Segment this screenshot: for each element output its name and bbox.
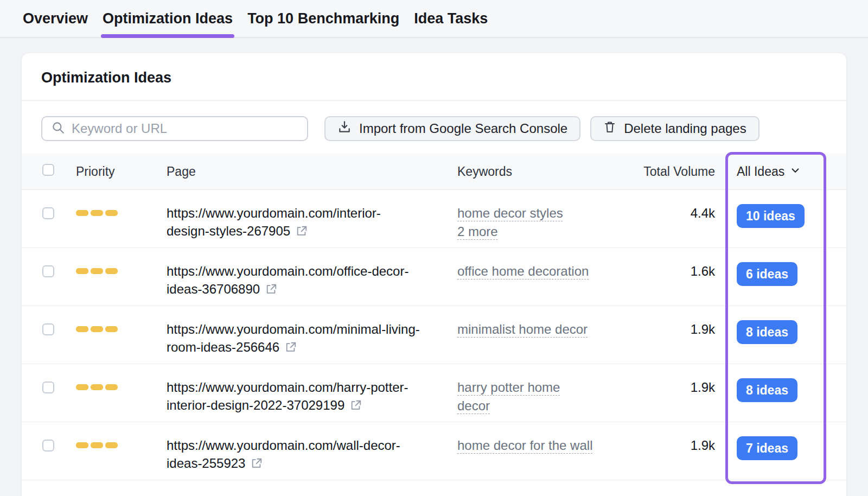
ideas-count-button[interactable]: 10 ideas: [737, 204, 805, 228]
keyword-link[interactable]: office home decoration: [457, 262, 589, 281]
table-row: https://www.yourdomain.com/interior- des…: [22, 190, 846, 248]
page-url-line1: https://www.yourdomain.com/office-decor-: [167, 262, 446, 280]
page-column-header: Page: [167, 164, 457, 179]
ideas-count-button[interactable]: 7 ideas: [737, 436, 797, 460]
row-checkbox[interactable]: [42, 440, 54, 452]
select-all-checkbox[interactable]: [42, 164, 54, 176]
total-volume-column-header: Total Volume: [609, 164, 715, 179]
delete-button-label: Delete landing pages: [624, 121, 746, 136]
page-url-link[interactable]: https://www.yourdomain.com/minimal-livin…: [167, 320, 457, 358]
tab-top-10-benchmarking[interactable]: Top 10 Benchmarking: [247, 0, 399, 37]
priority-indicator: [76, 384, 118, 390]
optimization-ideas-panel: Optimization Ideas Import from Google Se…: [22, 53, 846, 496]
search-icon: [51, 120, 65, 137]
keyword-list: office home decoration: [457, 262, 609, 281]
priority-indicator: [76, 326, 118, 332]
keyword-list: minimalist home decor: [457, 320, 609, 339]
keyword-list: harry potter home decor: [457, 378, 609, 415]
table-body: https://www.yourdomain.com/interior- des…: [22, 190, 846, 480]
priority-indicator: [76, 210, 118, 216]
keyword-link[interactable]: home decor for the wall: [457, 436, 592, 455]
page-url-link[interactable]: https://www.yourdomain.com/harry-potter-…: [167, 378, 457, 416]
page-url-line2: design-styles-267905: [167, 224, 290, 238]
table-row: https://www.yourdomain.com/minimal-livin…: [22, 306, 846, 364]
keyword-link[interactable]: home decor styles: [457, 204, 563, 222]
ideas-count-button[interactable]: 8 ideas: [737, 320, 797, 344]
page-url-link[interactable]: https://www.yourdomain.com/wall-decor- i…: [167, 436, 457, 474]
trash-icon: [603, 120, 616, 137]
all-ideas-filter-label: All Ideas: [737, 164, 784, 179]
priority-indicator: [76, 442, 118, 448]
external-link-icon[interactable]: [265, 282, 277, 300]
row-checkbox[interactable]: [42, 265, 54, 277]
total-volume-value: 1.6k: [609, 262, 715, 280]
table-header: Priority Page Keywords Total Volume All …: [22, 154, 846, 190]
page-url-line2: interior-design-2022-37029199: [167, 398, 344, 412]
table-row: https://www.yourdomain.com/harry-potter-…: [22, 364, 846, 422]
page-url-line2: room-ideas-256646: [167, 340, 279, 354]
chevron-down-icon: [790, 164, 801, 179]
import-button-label: Import from Google Search Console: [359, 121, 567, 136]
total-volume-value: 1.9k: [609, 320, 715, 338]
total-volume-value: 4.4k: [609, 204, 715, 222]
row-checkbox[interactable]: [42, 381, 54, 393]
table-row: https://www.yourdomain.com/wall-decor- i…: [22, 422, 846, 480]
download-icon: [337, 120, 352, 137]
keyword-list: home decor styles2 more: [457, 204, 609, 241]
keywords-column-header: Keywords: [457, 164, 609, 179]
total-volume-value: 1.9k: [609, 436, 715, 454]
external-link-icon[interactable]: [285, 340, 297, 358]
priority-indicator: [76, 268, 118, 274]
panel-title: Optimization Ideas: [22, 53, 846, 101]
page-url-line1: https://www.yourdomain.com/minimal-livin…: [167, 320, 446, 338]
external-link-icon[interactable]: [350, 398, 362, 416]
external-link-icon[interactable]: [251, 456, 263, 474]
more-keywords-link[interactable]: 2 more: [457, 222, 498, 241]
search-box: [41, 116, 308, 141]
tab-bar: Overview Optimization Ideas Top 10 Bench…: [0, 0, 868, 38]
total-volume-value: 1.9k: [609, 378, 715, 396]
tab-idea-tasks[interactable]: Idea Tasks: [414, 0, 488, 37]
page-url-link[interactable]: https://www.yourdomain.com/office-decor-…: [167, 262, 457, 300]
page-url-line1: https://www.yourdomain.com/wall-decor-: [167, 436, 446, 454]
ideas-count-button[interactable]: 6 ideas: [737, 262, 797, 286]
keyword-link[interactable]: harry potter home decor: [457, 378, 593, 415]
row-checkbox[interactable]: [42, 323, 54, 335]
keyword-link[interactable]: minimalist home decor: [457, 320, 588, 339]
row-checkbox[interactable]: [42, 207, 54, 219]
keyword-list: home decor for the wall: [457, 436, 609, 455]
page-url-line2: ideas-255923: [167, 456, 245, 470]
page-url-line1: https://www.yourdomain.com/harry-potter-: [167, 378, 446, 396]
import-from-gsc-button[interactable]: Import from Google Search Console: [324, 116, 580, 141]
page-url-link[interactable]: https://www.yourdomain.com/interior- des…: [167, 204, 457, 241]
page-url-line2: ideas-36706890: [167, 282, 260, 296]
search-input[interactable]: [72, 121, 298, 136]
external-link-icon[interactable]: [296, 224, 308, 241]
priority-column-header: Priority: [76, 164, 167, 179]
table-row: https://www.yourdomain.com/office-decor-…: [22, 248, 846, 306]
page-url-line1: https://www.yourdomain.com/interior-: [167, 204, 446, 222]
ideas-count-button[interactable]: 8 ideas: [737, 378, 797, 402]
tab-overview[interactable]: Overview: [23, 0, 88, 37]
toolbar: Import from Google Search Console Delete…: [22, 101, 846, 154]
all-ideas-filter-dropdown[interactable]: All Ideas: [737, 164, 801, 179]
delete-landing-pages-button[interactable]: Delete landing pages: [590, 116, 760, 141]
tab-optimization-ideas[interactable]: Optimization Ideas: [103, 0, 233, 37]
